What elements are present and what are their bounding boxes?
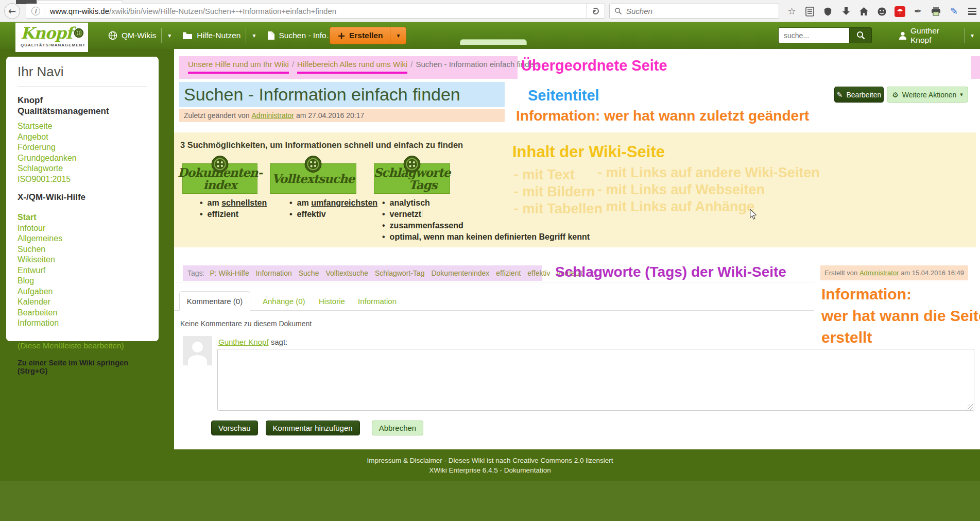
feedback-smiley-icon[interactable] bbox=[876, 6, 887, 17]
wiki-menu[interactable]: QM-Wikis bbox=[103, 22, 161, 49]
tab-comments[interactable]: Kommentare (0) bbox=[179, 291, 250, 311]
logo-sub-1: QUALITÄTS bbox=[21, 43, 49, 47]
sidebar-item-kalender[interactable]: Kalender bbox=[18, 297, 147, 308]
page-menu-label: Suchen - Info… bbox=[279, 31, 335, 40]
wiki-menu-caret[interactable]: ▾ bbox=[162, 32, 177, 39]
wiki-navbar: QM-Wikis ▾ Hilfe-Nutzen ▾ Suchen - Info…… bbox=[0, 22, 980, 49]
annotation-page-title: Seitentitel bbox=[528, 87, 599, 104]
sidebar-item-iso9001[interactable]: ISO9001:2015 bbox=[18, 174, 147, 185]
printer-icon[interactable] bbox=[931, 6, 941, 17]
sidebar-item-startseite[interactable]: Startseite bbox=[18, 121, 147, 132]
pen-icon[interactable]: ✒ bbox=[913, 6, 923, 17]
user-menu-caret[interactable]: ▾ bbox=[965, 32, 980, 39]
reload-button[interactable] bbox=[586, 4, 605, 18]
tag-link[interactable]: Information bbox=[256, 269, 292, 277]
edit-button[interactable]: ✎ Bearbeiten bbox=[834, 87, 884, 103]
folder-icon bbox=[182, 31, 193, 40]
list-item: am umfangreichsten bbox=[289, 197, 377, 209]
breadcrumb-parent-space[interactable]: Hilfebereich Alles rund ums Wiki bbox=[297, 60, 407, 74]
sidebar-item-bearbeiten[interactable]: Bearbeiten bbox=[18, 308, 147, 318]
wiki-search-button[interactable] bbox=[849, 27, 872, 43]
user-menu[interactable]: Gunther Knopf ▾ bbox=[899, 22, 980, 49]
avira-icon[interactable]: ☂ bbox=[895, 6, 905, 17]
create-caret[interactable]: ▾ bbox=[390, 27, 406, 44]
pencil-icon: ✎ bbox=[837, 91, 843, 99]
tag-link[interactable]: effektiv bbox=[527, 269, 550, 277]
add-comment-button[interactable]: Kommentar hinzufügen bbox=[266, 421, 360, 435]
comment-author-link[interactable]: Gunther Knopf bbox=[218, 338, 269, 346]
text-caret bbox=[422, 210, 422, 218]
sidebar-item-entwurf[interactable]: Entwurf bbox=[18, 265, 147, 276]
tag-link[interactable]: Volltextsuche bbox=[325, 269, 368, 277]
modified-by-link[interactable]: Administrator bbox=[252, 111, 294, 120]
sidebar-item-blog[interactable]: Blog bbox=[18, 276, 147, 287]
sidebar-item-grundgedanken[interactable]: Grundgedanken bbox=[18, 153, 147, 164]
list-item: optimal, wenn man keinen definierten Beg… bbox=[382, 231, 590, 243]
button-icon bbox=[403, 155, 421, 175]
annotation-content-col1: - mit Text - mit Bildern - mit Tabellen bbox=[514, 166, 603, 217]
wiki-search-input[interactable] bbox=[778, 27, 849, 43]
bookmark-star-icon[interactable]: ☆ bbox=[786, 6, 797, 17]
tag-link[interactable]: Schlagwort-Tag bbox=[375, 269, 425, 277]
tag-link[interactable]: Suche bbox=[299, 269, 319, 277]
tab-information[interactable]: Information bbox=[358, 297, 397, 306]
preview-button[interactable]: Vorschau bbox=[211, 421, 258, 435]
reading-list-icon[interactable] bbox=[804, 6, 815, 17]
sidebar-item-suchen[interactable]: Suchen bbox=[18, 244, 147, 255]
search-icon bbox=[614, 7, 622, 15]
cancel-button[interactable]: Abbrechen bbox=[372, 421, 424, 435]
comment-buttons: Vorschau Kommentar hinzufügen Abbrechen bbox=[211, 421, 423, 435]
browser-search-input[interactable] bbox=[626, 7, 779, 15]
sidebar-item-foerderung[interactable]: Förderung bbox=[18, 142, 147, 153]
textarea-resize-handle[interactable] bbox=[968, 404, 973, 410]
sidebar-item-aufgaben[interactable]: Aufgaben bbox=[18, 287, 147, 297]
tab-attachments[interactable]: Anhänge (0) bbox=[263, 297, 305, 306]
comment-author-line: Gunther Knopf sagt: bbox=[218, 338, 287, 346]
sidebar-item-start[interactable]: Start bbox=[18, 212, 147, 223]
sidebar-item-infotour[interactable]: Infotour bbox=[18, 223, 147, 234]
address-bar[interactable]: i www.qm-wikis.de/xwiki/bin/view/Hilfe-N… bbox=[26, 4, 605, 19]
page-menu[interactable]: Suchen - Info… bbox=[262, 22, 340, 49]
breadcrumb-highlight-fragment bbox=[971, 56, 980, 79]
created-by-link[interactable]: Administrator bbox=[859, 269, 899, 277]
sidebar-item-information[interactable]: Information bbox=[18, 318, 147, 329]
list-item: effektiv bbox=[289, 209, 377, 220]
download-icon[interactable] bbox=[840, 6, 851, 17]
create-button[interactable]: +Erstellen ▾ bbox=[330, 27, 406, 44]
tag-link[interactable]: P: Wiki-Hilfe bbox=[210, 269, 249, 277]
url-domain: www.qm-wikis.de bbox=[50, 7, 109, 15]
sidebar-title: Ihr Navi bbox=[18, 64, 147, 80]
knopf-logo[interactable]: Knopf QUALITÄTS/MANAGEMENT bbox=[15, 23, 88, 52]
gear-icon: ⚙ bbox=[892, 91, 899, 99]
menu-icon[interactable] bbox=[967, 6, 977, 17]
tag-link[interactable]: Dokumentenindex bbox=[431, 269, 489, 277]
annotation-tags: Schlagworte (Tags) der Wiki-Seite bbox=[555, 264, 786, 280]
space-menu-caret[interactable]: ▾ bbox=[246, 32, 262, 39]
sidebar-item-schlagworte[interactable]: Schlagworte bbox=[18, 163, 147, 174]
space-menu[interactable]: Hilfe-Nutzen bbox=[177, 22, 246, 49]
breadcrumb-parent-wiki[interactable]: Unsere Hilfe rund um Ihr Wiki bbox=[188, 60, 289, 74]
comment-textarea[interactable] bbox=[217, 349, 974, 411]
tag-link[interactable]: effizient bbox=[496, 269, 521, 277]
sidebar-item-wikiseiten[interactable]: Wikiseiten bbox=[18, 255, 147, 265]
browser-back-button[interactable]: ← bbox=[4, 3, 20, 19]
wiki-menu-label: QM-Wikis bbox=[122, 31, 156, 40]
more-actions-button[interactable]: ⚙ Weitere Aktionen ▾ bbox=[887, 87, 968, 103]
tags-box: Schlagworte Tags bbox=[374, 163, 450, 194]
sidebar-item-allgemeines[interactable]: Allgemeines bbox=[18, 233, 147, 244]
button-icon bbox=[304, 155, 322, 175]
edit-menu-link[interactable]: (Diese Menüleiste bearbeiten) bbox=[18, 341, 147, 350]
site-info-icon[interactable]: i bbox=[31, 7, 40, 15]
button-icon bbox=[74, 26, 84, 40]
wiki-page-content: 3 Suchmöglichkeiten, um Informationen sc… bbox=[174, 132, 976, 247]
shield-icon[interactable] bbox=[822, 6, 833, 17]
sidebar-panel: Ihr Navi Knopf Qualitätsmanagement Start… bbox=[6, 57, 159, 341]
create-button-label: Erstellen bbox=[349, 31, 383, 40]
browser-search-box[interactable] bbox=[609, 4, 779, 19]
tab-history[interactable]: Historie bbox=[319, 297, 345, 306]
annotation-parent-page: Übergeordnete Seite bbox=[521, 57, 667, 74]
sidebar-item-angebot[interactable]: Angebot bbox=[18, 132, 147, 143]
highlight-pen-icon[interactable]: ✎ bbox=[949, 6, 959, 17]
home-icon[interactable] bbox=[858, 6, 869, 17]
annotation-modified-info: Information: wer hat wann zuletzt geände… bbox=[516, 108, 809, 124]
